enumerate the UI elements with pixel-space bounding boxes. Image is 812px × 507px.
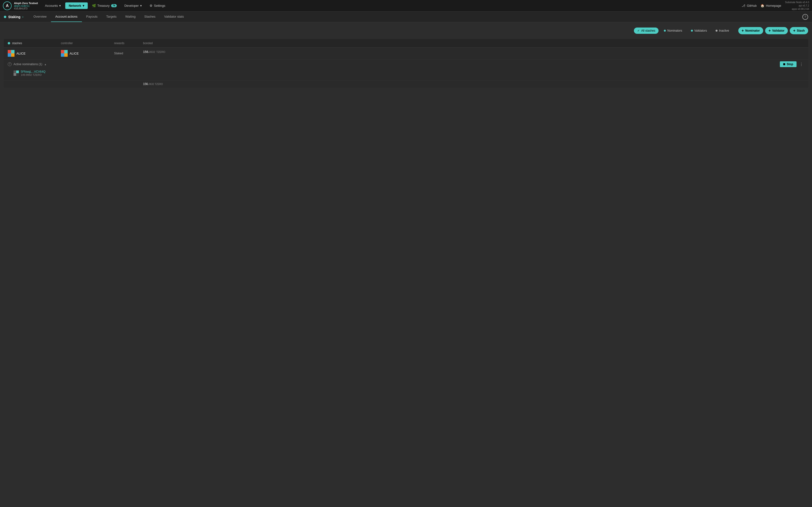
col-header-bonded: bonded xyxy=(143,42,182,45)
svg-rect-3 xyxy=(11,53,14,57)
stop-label: Stop xyxy=(786,62,793,66)
nominator-label: Nominator xyxy=(745,29,760,32)
svg-rect-8 xyxy=(13,70,16,73)
filter-nominators[interactable]: Nominators xyxy=(660,27,686,34)
svg-rect-10 xyxy=(13,73,16,76)
nav-developer[interactable]: Developer ▾ xyxy=(121,2,145,9)
tab-payouts[interactable]: Payouts xyxy=(82,12,102,22)
nomination-name[interactable]: 5FNwqL...VCV64Q xyxy=(21,70,45,73)
filter-validators[interactable]: Validators xyxy=(688,27,710,34)
inactive-label: Inactive xyxy=(719,29,729,32)
tab-account-actions[interactable]: Account actions xyxy=(51,12,82,22)
tab-overview[interactable]: Overview xyxy=(29,12,51,22)
add-nominator-button[interactable]: + Nominator xyxy=(738,27,763,34)
nominations-toggle-icon: ▲ xyxy=(44,63,47,66)
bonded-unit: TZERO xyxy=(156,50,165,53)
filter-inactive[interactable]: Inactive xyxy=(712,27,732,34)
svg-rect-1 xyxy=(11,50,14,53)
svg-rect-11 xyxy=(16,73,19,76)
logo-icon[interactable]: A xyxy=(3,1,12,10)
tab-waiting[interactable]: Waiting xyxy=(121,12,140,22)
nav-items: Accounts ▾ Network ▾ 🌿 Treasury 74 Devel… xyxy=(42,2,742,9)
filter-all-stashes[interactable]: ✓ All stashes xyxy=(634,27,659,34)
table-row: ALICE ALICE Staked xyxy=(4,48,808,59)
svg-rect-9 xyxy=(16,70,19,73)
col-header-rewards: rewards xyxy=(114,42,143,45)
network-label: Network xyxy=(69,4,81,7)
settings-icon: ⚙ xyxy=(150,4,152,7)
stash-name[interactable]: ALICE xyxy=(16,52,26,55)
stop-button[interactable]: Stop xyxy=(780,61,797,67)
action-buttons: + Nominator + Validator + Stash xyxy=(738,27,808,34)
github-link[interactable]: ⎇ GitHub xyxy=(742,4,756,7)
bonded-cell: 156.0632 TZERO xyxy=(143,50,182,54)
top-navigation: A Aleph Zero Testnet aleph-node/11 #16,6… xyxy=(0,0,812,12)
block-number: #16,664,873 xyxy=(14,7,38,10)
homepage-icon: 🏠 xyxy=(761,4,764,7)
controller-account-cell: ALICE xyxy=(61,50,114,57)
add-stash-button[interactable]: + Stash xyxy=(790,27,808,34)
nominators-label: Nominators xyxy=(667,29,682,32)
logo-area: A Aleph Zero Testnet aleph-node/11 #16,6… xyxy=(3,1,42,10)
staking-navigation: Staking › Overview Account actions Payou… xyxy=(0,12,812,22)
stash-avatar xyxy=(8,50,14,57)
developer-label: Developer xyxy=(124,4,139,7)
app-info: Aleph Zero Testnet aleph-node/11 #16,664… xyxy=(14,2,38,10)
bonded-total: 156.0632 TZERO xyxy=(143,82,182,86)
nomination-details: 5FNwqL...VCV64Q 149.9992 TZERO xyxy=(21,70,45,76)
tab-validator-stats[interactable]: Validator stats xyxy=(160,12,188,22)
staking-label-text: Staking xyxy=(8,15,20,19)
app-name: Aleph Zero Testnet xyxy=(14,2,38,5)
nominations-header[interactable]: ? Active nominations (1) ▲ Stop ⋮ xyxy=(8,59,804,69)
rewards-cell: Staked xyxy=(114,50,143,57)
bonded-main: 156. xyxy=(143,50,149,54)
add-validator-button[interactable]: + Validator xyxy=(765,27,788,34)
accounts-chevron: ▾ xyxy=(59,4,61,7)
bonded-total-row: 156.0632 TZERO xyxy=(4,80,808,88)
svg-rect-0 xyxy=(8,50,11,53)
check-icon: ✓ xyxy=(637,29,640,32)
nav-network[interactable]: Network ▾ xyxy=(65,2,88,9)
homepage-link[interactable]: 🏠 Homepage xyxy=(761,4,781,7)
validators-dot xyxy=(691,30,693,32)
staking-dot xyxy=(4,16,6,18)
controller-name[interactable]: ALICE xyxy=(69,52,79,55)
nomination-item: 5FNwqL...VCV64Q 149.9992 TZERO xyxy=(8,69,804,77)
apps-version: apps v0.98.2-64 xyxy=(785,7,809,11)
staking-section-label: Staking › xyxy=(4,15,23,19)
stashes-table: stashes controller rewards bonded ALIC xyxy=(4,39,808,88)
tab-slashes[interactable]: Slashes xyxy=(140,12,160,22)
validator-label: Validator xyxy=(772,29,784,32)
plus-icon: + xyxy=(793,29,795,33)
settings-label: Settings xyxy=(154,4,165,7)
nav-settings[interactable]: ⚙ Settings xyxy=(146,2,169,9)
main-content: ✓ All stashes Nominators Validators Inac… xyxy=(0,22,812,93)
nominations-header-text: Active nominations (1) xyxy=(13,62,42,66)
svg-rect-2 xyxy=(8,53,11,57)
bonded-amount: 156.0632 TZERO xyxy=(143,50,182,54)
version-info: Substrate Node v0.4.0 api v6.7.2 apps v0… xyxy=(785,1,809,11)
help-icon[interactable]: ? xyxy=(802,14,808,20)
svg-rect-6 xyxy=(61,53,64,57)
staking-tabs: Overview Account actions Payouts Targets… xyxy=(29,12,188,22)
svg-rect-4 xyxy=(61,50,64,53)
staking-arrow: › xyxy=(22,15,23,18)
api-version: api v6.7.2 xyxy=(785,4,809,7)
homepage-label: Homepage xyxy=(766,4,781,7)
rewards-value: Staked xyxy=(114,52,123,55)
node-info: aleph-node/11 xyxy=(14,5,38,7)
stash-account-cell: ALICE xyxy=(8,50,61,57)
col-header-controller: controller xyxy=(61,42,114,45)
plus-icon: + xyxy=(768,29,771,33)
validators-label: Validators xyxy=(694,29,707,32)
github-icon: ⎇ xyxy=(742,4,745,7)
filter-bar: ✓ All stashes Nominators Validators Inac… xyxy=(4,27,808,34)
nav-treasury[interactable]: 🌿 Treasury 74 xyxy=(89,2,120,9)
developer-chevron: ▾ xyxy=(140,4,142,7)
nominations-help-icon: ? xyxy=(8,62,12,66)
tab-targets[interactable]: Targets xyxy=(102,12,121,22)
nav-accounts[interactable]: Accounts ▾ xyxy=(42,2,64,9)
more-options-button[interactable]: ⋮ xyxy=(799,61,804,67)
table-header: stashes controller rewards bonded xyxy=(4,39,808,48)
inactive-dot xyxy=(716,30,717,32)
